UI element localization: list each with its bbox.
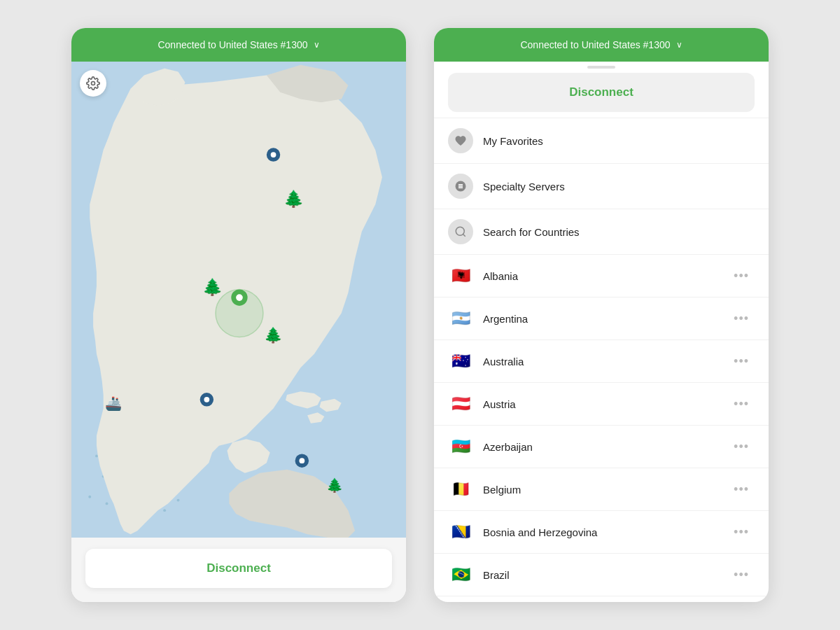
left-chevron-icon[interactable]: ∨ xyxy=(314,40,320,50)
more-button-bosnia[interactable]: ••• xyxy=(728,522,755,542)
left-header-bar: Connected to United States #1300 ∨ xyxy=(71,28,406,62)
svg-point-27 xyxy=(236,294,243,301)
country-name-argentina: Argentina xyxy=(483,313,718,325)
more-button-austria[interactable]: ••• xyxy=(728,394,755,414)
menu-item-search[interactable]: Search for Countries xyxy=(434,209,769,255)
flag-bosnia: 🇧🇦 xyxy=(448,519,473,545)
search-icon xyxy=(454,225,467,238)
right-disconnect-wrapper: Disconnect xyxy=(434,62,769,118)
country-item-argentina[interactable]: 🇦🇷 Argentina ••• xyxy=(434,298,769,340)
country-name-austria: Austria xyxy=(483,398,718,410)
favorites-label: My Favorites xyxy=(483,135,755,147)
menu-item-favorites[interactable]: My Favorites xyxy=(434,118,769,164)
svg-text:🌲: 🌲 xyxy=(264,326,283,344)
svg-text:🌲: 🌲 xyxy=(202,277,223,297)
more-button-brazil[interactable]: ••• xyxy=(728,565,755,585)
left-connection-status: Connected to United States #1300 xyxy=(158,39,307,50)
scroll-handle xyxy=(587,66,615,69)
heart-icon xyxy=(454,134,467,147)
country-name-bosnia: Bosnia and Herzegovina xyxy=(483,526,718,538)
country-item-albania[interactable]: 🇦🇱 Albania ••• xyxy=(434,255,769,298)
svg-point-11 xyxy=(106,502,108,505)
country-name-brazil: Brazil xyxy=(483,569,718,581)
right-disconnect-button[interactable]: Disconnect xyxy=(448,73,755,112)
more-button-argentina[interactable]: ••• xyxy=(728,309,755,329)
flag-australia: 🇦🇺 xyxy=(448,349,473,374)
map-svg: 🌲 🌲 🌲 🌲 xyxy=(71,62,406,538)
country-item-australia[interactable]: 🇦🇺 Australia ••• xyxy=(434,340,769,383)
svg-text:🌲: 🌲 xyxy=(284,189,304,209)
flag-brazil: 🇧🇷 xyxy=(448,562,473,587)
search-label: Search for Countries xyxy=(483,226,755,238)
more-button-albania[interactable]: ••• xyxy=(728,266,755,286)
flag-argentina: 🇦🇷 xyxy=(448,306,473,331)
country-item-austria[interactable]: 🇦🇹 Austria ••• xyxy=(434,383,769,426)
menu-item-specialty[interactable]: Specialty Servers xyxy=(434,164,769,209)
right-panel: Connected to United States #1300 ∨ Disco… xyxy=(434,28,769,602)
right-header-bar: Connected to United States #1300 ∨ xyxy=(434,28,769,62)
left-disconnect-footer: Disconnect xyxy=(71,538,406,602)
country-name-azerbaijan: Azerbaijan xyxy=(483,441,718,453)
more-button-belgium[interactable]: ••• xyxy=(728,479,755,500)
favorites-icon-wrapper xyxy=(448,128,473,153)
svg-text:🌲: 🌲 xyxy=(326,477,344,493)
country-name-albania: Albania xyxy=(483,270,718,282)
svg-point-23 xyxy=(271,152,276,158)
flag-azerbaijan: 🇦🇿 xyxy=(448,434,473,459)
right-content: Disconnect My Favorites Specialty Ser xyxy=(434,62,769,602)
svg-text:🚢: 🚢 xyxy=(105,396,122,412)
country-item-brazil[interactable]: 🇧🇷 Brazil ••• xyxy=(434,554,769,596)
country-item-azerbaijan[interactable]: 🇦🇿 Azerbaijan ••• xyxy=(434,426,769,468)
svg-point-10 xyxy=(88,496,91,498)
map-area: 🌲 🌲 🌲 🌲 xyxy=(71,62,406,538)
right-connection-status: Connected to United States #1300 xyxy=(520,39,670,50)
svg-point-16 xyxy=(177,499,180,502)
left-panel: Connected to United States #1300 ∨ xyxy=(71,28,406,602)
search-icon-wrapper xyxy=(448,219,473,244)
svg-point-33 xyxy=(299,458,304,463)
settings-button[interactable] xyxy=(80,70,106,97)
country-name-australia: Australia xyxy=(483,356,718,368)
country-item-belgium[interactable]: 🇧🇪 Belgium ••• xyxy=(434,468,769,511)
flag-belgium: 🇧🇪 xyxy=(448,477,473,502)
country-item-bosnia[interactable]: 🇧🇦 Bosnia and Herzegovina ••• xyxy=(434,511,769,554)
more-button-azerbaijan[interactable]: ••• xyxy=(728,437,755,457)
svg-point-39 xyxy=(456,227,464,235)
svg-point-15 xyxy=(163,509,166,512)
more-button-australia[interactable]: ••• xyxy=(728,351,755,372)
gear-icon xyxy=(86,76,100,90)
svg-point-30 xyxy=(204,397,209,402)
flag-albania: 🇦🇱 xyxy=(448,263,473,288)
country-list: 🇦🇱 Albania ••• 🇦🇷 Argentina ••• 🇦🇺 Austr… xyxy=(434,255,769,596)
flag-austria: 🇦🇹 xyxy=(448,391,473,416)
specialty-icon xyxy=(454,180,467,192)
specialty-icon-wrapper xyxy=(448,174,473,199)
country-name-belgium: Belgium xyxy=(483,484,718,496)
svg-point-0 xyxy=(92,82,95,85)
specialty-label: Specialty Servers xyxy=(483,181,755,192)
right-chevron-icon[interactable]: ∨ xyxy=(676,40,682,50)
svg-point-2 xyxy=(95,454,98,457)
left-disconnect-button[interactable]: Disconnect xyxy=(85,549,392,588)
